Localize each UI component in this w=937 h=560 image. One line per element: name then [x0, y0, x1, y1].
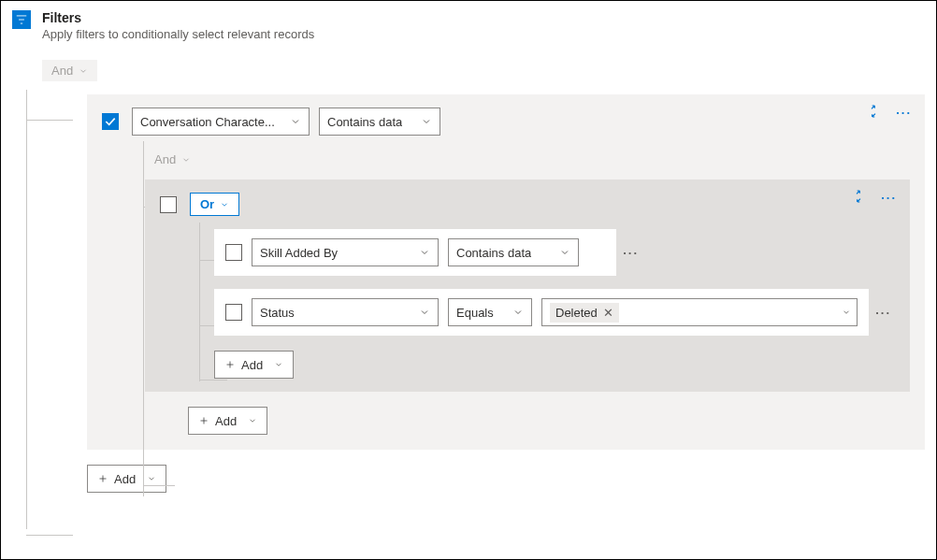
- group1-operator-label: Contains data: [327, 115, 402, 129]
- chevron-down-icon: [842, 308, 851, 317]
- group1-inner-operator-label: And: [154, 152, 176, 166]
- add-label: Add: [215, 414, 237, 428]
- row2-field-dropdown[interactable]: Status: [252, 298, 439, 326]
- row1-field-label: Skill Added By: [260, 246, 338, 260]
- group1-add-button[interactable]: Add: [188, 407, 267, 435]
- group1-row-checkbox[interactable]: [102, 113, 119, 130]
- filter-icon: [12, 10, 31, 29]
- group1-operator-dropdown[interactable]: Contains data: [319, 108, 440, 136]
- page-title: Filters: [42, 10, 314, 25]
- value-chip-label: Deleted: [555, 306, 598, 320]
- root-group-operator-label: And: [51, 64, 73, 78]
- row2-value-multiselect[interactable]: Deleted ✕: [541, 298, 858, 326]
- group1-inner-operator[interactable]: And: [145, 149, 200, 170]
- chevron-down-icon: [220, 200, 229, 209]
- row1-field-dropdown[interactable]: Skill Added By: [252, 238, 439, 266]
- chevron-down-icon: [512, 307, 524, 318]
- row2-operator-dropdown[interactable]: Equals: [448, 298, 532, 326]
- more-icon[interactable]: ···: [881, 191, 897, 205]
- more-icon[interactable]: ···: [896, 106, 912, 120]
- chevron-down-icon: [559, 247, 570, 258]
- collapse-icon[interactable]: [851, 189, 866, 207]
- remove-chip-icon[interactable]: ✕: [603, 306, 613, 320]
- root-add-button[interactable]: Add: [87, 465, 166, 493]
- chevron-down-icon: [419, 247, 430, 258]
- row2-operator-label: Equals: [456, 306, 494, 320]
- chevron-down-icon: [248, 416, 257, 425]
- value-chip: Deleted ✕: [550, 303, 619, 323]
- group2-row-checkbox[interactable]: [160, 196, 177, 213]
- row2-checkbox[interactable]: [225, 304, 242, 321]
- add-label: Add: [241, 358, 263, 372]
- page-subtitle: Apply filters to conditionally select re…: [42, 27, 314, 41]
- group1-field-dropdown[interactable]: Conversation Characte...: [132, 108, 310, 136]
- chevron-down-icon: [79, 66, 88, 76]
- group2-operator[interactable]: Or: [190, 193, 239, 216]
- group2-operator-label: Or: [200, 197, 214, 211]
- chevron-down-icon: [290, 116, 301, 127]
- more-icon[interactable]: ···: [623, 246, 639, 260]
- group1-field-label: Conversation Characte...: [140, 115, 275, 129]
- more-icon[interactable]: ···: [875, 306, 891, 320]
- collapse-icon[interactable]: [866, 104, 881, 122]
- chevron-down-icon: [421, 116, 432, 127]
- row1-checkbox[interactable]: [225, 244, 242, 261]
- chevron-down-icon: [147, 474, 156, 483]
- root-group-operator[interactable]: And: [42, 60, 97, 81]
- row1-operator-dropdown[interactable]: Contains data: [448, 238, 579, 266]
- add-label: Add: [114, 472, 136, 486]
- group2-add-button[interactable]: Add: [214, 351, 294, 379]
- row2-field-label: Status: [260, 306, 295, 320]
- chevron-down-icon: [181, 155, 191, 165]
- chevron-down-icon: [419, 307, 430, 318]
- chevron-down-icon: [274, 360, 283, 369]
- row1-operator-label: Contains data: [456, 246, 531, 260]
